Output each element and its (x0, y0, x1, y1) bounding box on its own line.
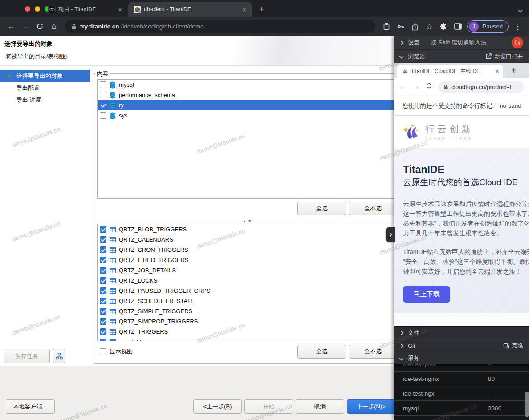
db-buttons-row: 全选 全不选 (97, 199, 397, 218)
table-checkbox[interactable] (100, 226, 106, 233)
open-new-window-button[interactable]: 新窗口打开 (486, 52, 523, 61)
db-list-item[interactable]: mysql (98, 80, 397, 90)
table-checkbox[interactable] (100, 257, 106, 263)
close-window-button[interactable] (25, 6, 30, 12)
side-panel-icon[interactable] (451, 20, 464, 33)
table-list-item[interactable]: QRTZ_CRON_TRIGGERS (98, 245, 397, 255)
database-list[interactable]: mysqlperformance_schemarysys (97, 79, 397, 199)
table-checkbox[interactable] (100, 328, 106, 335)
table-checkbox[interactable] (100, 267, 106, 274)
list-splitter[interactable]: ▲ ▼ (97, 218, 397, 224)
table-list-item[interactable]: QRTZ_PAUSED_TRIGGER_GRPS (98, 286, 397, 296)
splitter-up-icon[interactable]: ▲ (243, 219, 247, 223)
demo-badge[interactable]: 演 (512, 37, 523, 48)
splitter-down-icon[interactable]: ▼ (248, 219, 252, 223)
table-list-item[interactable]: QRTZ_LOCKS (98, 275, 397, 286)
table-checkbox[interactable] (100, 287, 106, 294)
minimize-window-button[interactable] (35, 6, 40, 12)
paragraph-line: 这一智力密集型工作提出更高的要求也带来了新 (403, 209, 529, 218)
table-list-item[interactable]: QRTZ_SIMPLE_TRIGGERS (98, 306, 397, 316)
table-checkbox[interactable] (100, 318, 106, 325)
database-icon (109, 102, 116, 109)
start-button[interactable]: 开始 (244, 399, 293, 414)
table-name: QRTZ_LOCKS (119, 277, 157, 284)
table-checkbox[interactable] (100, 298, 106, 304)
table-checkbox[interactable] (100, 308, 106, 315)
inner-reload-button[interactable] (426, 82, 432, 91)
tab-project[interactable]: <t> 项目 - TitanIDE × (43, 2, 128, 17)
show-views-checkbox[interactable] (100, 348, 106, 355)
task-tree-icon-button[interactable] (53, 349, 65, 363)
address-bar[interactable]: try.titanide.cn /ide/web/coding/db-clien… (65, 20, 375, 33)
forward-button[interactable]: → (19, 20, 32, 33)
table-list-item[interactable]: QRTZ_SCHEDULER_STATE (98, 296, 397, 306)
db-list-item[interactable]: sys (98, 110, 397, 121)
scrollbar-thumb[interactable] (525, 392, 529, 417)
extensions-icon[interactable] (437, 20, 450, 33)
inner-tab[interactable]: TitanIDE_CloudIDE_在线IDE_ × (397, 65, 503, 78)
save-task-button[interactable]: 保存任务 (4, 349, 50, 363)
table-list-item[interactable]: QRTZ_FIRED_TRIGGERS (98, 255, 397, 265)
local-client-button[interactable]: 本地客户端... (6, 399, 55, 414)
table-icon (109, 267, 116, 274)
select-all-button[interactable]: 全选 (297, 345, 346, 359)
share-icon[interactable] (408, 20, 422, 33)
wizard-step[interactable]: 导出配置 (0, 82, 90, 94)
table-checkbox[interactable] (100, 236, 106, 243)
table-list[interactable]: QRTZ_BLOB_TRIGGERSQRTZ_CALENDARSQRTZ_CRO… (97, 224, 397, 341)
table-list-item[interactable]: QRTZ_JOB_DETAILS (98, 265, 397, 275)
table-checkbox[interactable] (100, 277, 106, 284)
files-row[interactable]: 文件 (394, 326, 529, 339)
wizard-step[interactable]: 选择要导出的对象 (0, 70, 90, 82)
service-row[interactable]: ide-test-nginx80 (394, 372, 529, 386)
table-list-item[interactable]: QRTZ_BLOB_TRIGGERS (98, 224, 397, 234)
db-checkbox[interactable] (100, 112, 106, 119)
menu-dots-icon[interactable]: ⋮ (511, 20, 525, 33)
bookmark-star-icon[interactable]: ☆ (423, 20, 436, 33)
back-button[interactable]: ← (4, 20, 18, 33)
new-tab-button[interactable]: + (256, 3, 268, 16)
table-name: QRTZ_JOB_DETAILS (119, 267, 176, 274)
db-checkbox[interactable] (100, 92, 106, 98)
inner-back-button[interactable]: ← (399, 82, 407, 91)
table-list-item[interactable]: QRTZ_CALENDARS (98, 234, 397, 245)
wizard-step[interactable]: 导出 进度 (0, 94, 90, 106)
select-all-button[interactable]: 全选 (297, 202, 346, 215)
table-name: QRTZ_SIMPROP_TRIGGERS (119, 318, 198, 325)
inner-new-tab-button[interactable]: + (511, 65, 517, 76)
home-button[interactable]: ⌂ (47, 20, 61, 33)
tab-close-icon[interactable]: × (241, 6, 248, 13)
download-button[interactable]: 马上下载 (403, 286, 450, 303)
tab-db-client[interactable]: db-client - TitanIDE × (128, 2, 252, 17)
profile-chip[interactable]: J Paused (467, 20, 509, 33)
next-step-button[interactable]: 下一步(N)> (347, 399, 395, 414)
db-checkbox[interactable] (100, 81, 106, 88)
select-none-button[interactable]: 全不选 (349, 345, 397, 359)
table-list-item[interactable]: QRTZ_TRIGGERS (98, 327, 397, 337)
settings-row[interactable]: 设置 按 Shift 键切换输入法 演 (394, 36, 529, 50)
db-checkbox[interactable] (100, 102, 106, 109)
tab-search-chevron-icon[interactable] (519, 6, 522, 14)
reload-button[interactable] (33, 20, 46, 33)
tab-close-icon[interactable]: × (117, 6, 123, 13)
db-list-item[interactable]: ry (98, 100, 397, 110)
panel-expand-handle[interactable] (386, 227, 395, 242)
table-list-item[interactable]: QRTZ_SIMPROP_TRIGGERS (98, 316, 397, 327)
inner-forward-button[interactable]: → (412, 82, 420, 91)
table-checkbox[interactable] (100, 246, 106, 253)
clone-button[interactable]: 克隆 (503, 342, 523, 350)
back-step-button[interactable]: <上一步(B) (193, 399, 242, 414)
db-list-item[interactable]: performance_schema (98, 90, 397, 100)
select-none-button[interactable]: 全不选 (349, 202, 397, 215)
services-row[interactable]: 服务 (394, 352, 529, 364)
service-row[interactable]: mysql3306 (394, 401, 529, 416)
cancel-button[interactable]: 取消 (296, 399, 344, 414)
clipboard-icon[interactable] (380, 20, 393, 33)
table-list-item[interactable]: gen_table (98, 337, 397, 341)
browser-section-row[interactable]: 浏览器 新窗口打开 (394, 50, 529, 63)
inner-address-bar[interactable]: cloudtogo.cn/product-T (438, 81, 524, 93)
git-row[interactable]: Git 克隆 (394, 339, 529, 352)
inner-tab-close-icon[interactable]: × (496, 68, 499, 75)
key-icon[interactable] (394, 20, 407, 33)
service-row[interactable]: ide-test-ngx- (394, 386, 529, 401)
